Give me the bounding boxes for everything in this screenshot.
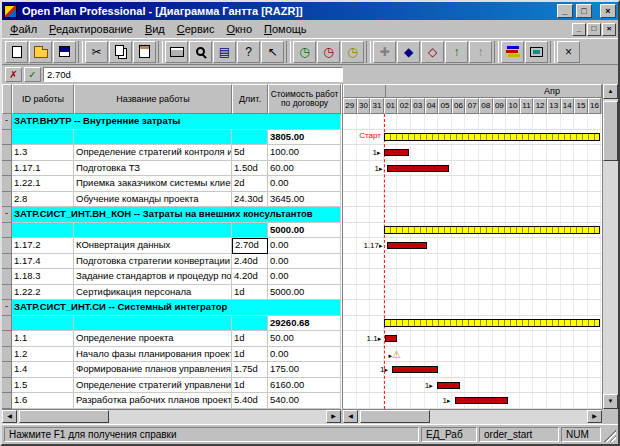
table-row[interactable]: 1.4Формирование планов управления1.75d17…	[2, 362, 341, 378]
collapse-toggle[interactable]: -	[2, 300, 12, 316]
timescale-day-08[interactable]: 08	[479, 98, 493, 114]
cell-contract-cost[interactable]: 3805.00	[268, 130, 341, 146]
cell-activity-id[interactable]: 2.8	[12, 192, 74, 208]
timescale-day-31[interactable]: 31	[370, 98, 384, 114]
edit-cancel-button[interactable]: ✗	[5, 67, 22, 82]
minimize-button[interactable]: _	[557, 4, 573, 18]
clock-red-button[interactable]: ◷	[317, 41, 340, 63]
cell-activity-id[interactable]: 1.6	[12, 393, 74, 409]
table-row[interactable]: 1.5Определение стратегий управления1d616…	[2, 378, 341, 394]
cell-activity-name[interactable]: Сертификация персонала	[74, 285, 232, 301]
cell-activity-id[interactable]	[12, 316, 74, 332]
save-button[interactable]	[53, 41, 76, 63]
timescale-day-04[interactable]: 04	[425, 98, 439, 114]
menu-item-3[interactable]: Сервис	[171, 22, 221, 36]
cell-duration[interactable]: 5d	[232, 145, 268, 161]
gantt-scroll-left-button[interactable]: ◀	[343, 410, 358, 423]
table-row[interactable]: 1.17.2КОнвертация данных2.70d0.00	[2, 238, 341, 254]
cell-activity-name[interactable]: Определение стратегий контроля и отч	[74, 145, 232, 161]
gantt-task-bar[interactable]	[385, 335, 397, 342]
cell-activity-name[interactable]: Задание стандартов и процедур по д	[74, 269, 232, 285]
cell-contract-cost[interactable]: 0.00	[268, 269, 341, 285]
clock-green-button[interactable]: ◷	[293, 41, 316, 63]
cell-activity-id[interactable]: 1.17.1	[12, 161, 74, 177]
cell-activity-id[interactable]: 1.3	[12, 145, 74, 161]
link-button[interactable]: ◆	[397, 41, 420, 63]
table-row[interactable]: 2.8Обучение команды проекта24.30d3645.00	[2, 192, 341, 208]
cell-activity-id[interactable]	[12, 130, 74, 146]
cell-duration[interactable]: 1.50d	[232, 161, 268, 177]
cell-contract-cost[interactable]: 0.00	[268, 176, 341, 192]
vertical-scroll-track[interactable]	[603, 99, 618, 394]
print-button[interactable]	[165, 41, 188, 63]
menu-item-5[interactable]: Помощь	[258, 22, 313, 36]
open-file-button[interactable]	[29, 41, 52, 63]
cell-duration[interactable]	[232, 316, 268, 332]
scroll-down-button[interactable]: ▼	[603, 394, 618, 409]
table-row[interactable]: -ЗАТР.ВНУТР -- Внутренние затраты	[2, 114, 341, 130]
table-row[interactable]: 1.3Определение стратегий контроля и отч5…	[2, 145, 341, 161]
unlink-button[interactable]: ◇	[421, 41, 444, 63]
cell-duration[interactable]: 2.40d	[232, 254, 268, 270]
collapse-toggle[interactable]: -	[2, 207, 12, 223]
timescale-day-01[interactable]: 01	[384, 98, 398, 114]
cell-activity-name[interactable]	[74, 130, 232, 146]
timescale-day-07[interactable]: 07	[465, 98, 479, 114]
gantt-task-bar[interactable]	[455, 397, 508, 404]
cell-contract-cost[interactable]: 6160.00	[268, 378, 341, 394]
cell-activity-name[interactable]	[74, 223, 232, 239]
arrow-up-green-button[interactable]: ↑	[445, 41, 468, 63]
gantt-summary-bar[interactable]	[384, 133, 600, 141]
cell-duration[interactable]: 1d	[232, 285, 268, 301]
table-row[interactable]: 1.1Определение проекта1d50.00	[2, 331, 341, 347]
gantt-summary-bar[interactable]	[384, 226, 600, 234]
inline-edit-field[interactable]	[43, 67, 343, 82]
gantt-task-bar[interactable]	[387, 165, 450, 172]
cell-duration[interactable]	[232, 130, 268, 146]
app-icon[interactable]	[4, 5, 17, 18]
screen-view-button[interactable]	[525, 41, 548, 63]
gantt-task-bar[interactable]	[387, 242, 428, 249]
restore-button[interactable]: □	[576, 4, 592, 18]
timescale-day-12[interactable]: 12	[533, 98, 547, 114]
cell-activity-name[interactable]: Разработка рабочих планов проекта	[74, 393, 232, 409]
cell-duration[interactable]: 1.75d	[232, 362, 268, 378]
cell-contract-cost[interactable]: 3645.00	[268, 192, 341, 208]
cell-activity-id[interactable]: 1.22.2	[12, 285, 74, 301]
cell-activity-name[interactable]: Обучение команды проекта	[74, 192, 232, 208]
cell-activity-id[interactable]: 1.5	[12, 378, 74, 394]
cell-activity-id[interactable]: 1.2	[12, 347, 74, 363]
header-duration[interactable]: Длит.	[232, 84, 268, 114]
cell-duration[interactable]: 24.30d	[232, 192, 268, 208]
vertical-scrollbar[interactable]: ▲ ▼	[602, 84, 618, 409]
table-row[interactable]: 1.17.4Подготовка стратегии конвертации2.…	[2, 254, 341, 270]
table-scroll-thumb[interactable]	[19, 410, 109, 423]
timescale-day-06[interactable]: 06	[452, 98, 466, 114]
print-preview-button[interactable]	[189, 41, 212, 63]
cell-activity-id[interactable]: 1.4	[12, 362, 74, 378]
cell-contract-cost[interactable]: 0.00	[268, 347, 341, 363]
cell-contract-cost[interactable]: 0.00	[268, 254, 341, 270]
cell-contract-cost[interactable]: 29260.68	[268, 316, 341, 332]
table-row[interactable]: -ЗАТР.СИСТ_ИНТ.ВН_КОН -- Затраты на внеш…	[2, 207, 341, 223]
cell-activity-name[interactable]: Подготовка ТЗ	[74, 161, 232, 177]
cut-button[interactable]: ✂	[85, 41, 108, 63]
header-activity-name[interactable]: Название работы	[74, 84, 232, 114]
help-button[interactable]: ?	[237, 41, 260, 63]
gantt-scroll-right-button[interactable]: ▶	[587, 410, 602, 423]
cell-activity-name[interactable]: Определение стратегий управления	[74, 378, 232, 394]
gantt-task-bar[interactable]	[392, 366, 438, 373]
table-row[interactable]: -ЗАТР.СИСТ_ИНТ.СИ -- Системный интеграто…	[2, 300, 341, 316]
gantt-scroll-track[interactable]	[358, 410, 587, 424]
cell-contract-cost[interactable]: 0.00	[268, 238, 341, 254]
table-row[interactable]: 1.2Начало фазы планирования проекта1d0.0…	[2, 347, 341, 363]
mdi-minimize-button[interactable]: _	[572, 23, 586, 36]
timescale-day-03[interactable]: 03	[411, 98, 425, 114]
context-help-button[interactable]: ↖	[261, 41, 284, 63]
cell-duration[interactable]: 1d	[232, 378, 268, 394]
cell-activity-id[interactable]: 1.17.4	[12, 254, 74, 270]
cell-activity-name[interactable]: Формирование планов управления	[74, 362, 232, 378]
table-row[interactable]: 1.6Разработка рабочих планов проекта5.40…	[2, 393, 341, 409]
timescale-day-10[interactable]: 10	[506, 98, 520, 114]
cell-duration[interactable]	[232, 223, 268, 239]
